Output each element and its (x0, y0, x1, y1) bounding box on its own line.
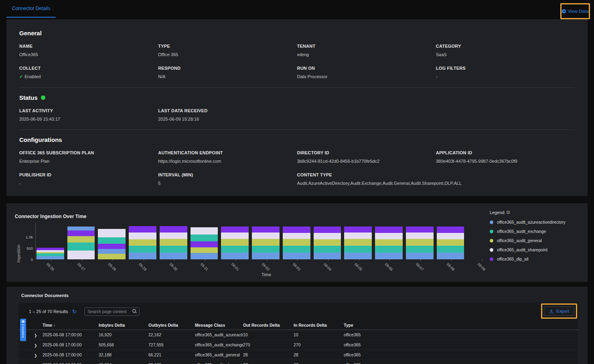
bar-segment-office365_audit_general (221, 239, 249, 246)
table-cell: 505,658 (99, 342, 148, 347)
export-button[interactable]: Export (544, 306, 574, 316)
stacked-bar (221, 226, 249, 259)
legend-item[interactable]: office365_audit_exchange (490, 229, 581, 234)
tab-bar: Connector Details View Data (0, 0, 594, 18)
legend-item[interactable]: office365_audit_azureactivedirectory (490, 220, 581, 224)
field-value: Office365 (19, 52, 158, 57)
field: TENANTxdeng (297, 44, 436, 57)
bar-segment-office365_dlp_all (98, 244, 126, 249)
table-header-row: Time↓Inbytes DeltaOutbytes DeltaMessage … (18, 320, 578, 330)
column-header-time[interactable]: Time↓ (43, 323, 99, 328)
bar-segment-office365_audit_exchange (314, 246, 341, 253)
general-title: General (19, 30, 575, 36)
stacked-bar (314, 226, 341, 259)
bar-segment-office365_audit_azureactivedirectory (252, 253, 280, 259)
columns-label: Columns (21, 324, 25, 338)
bar-segment-office365_audit_azureactivedirectory (67, 226, 95, 231)
field: COLLECT✔Enabled (19, 66, 158, 79)
table-row[interactable]: ❯2025-06-08 17:00:00505,658727,555office… (18, 340, 578, 350)
refresh-icon[interactable]: ↻ (72, 309, 77, 314)
field: AUTHENTICATION ENDPOINThttps://login.mic… (158, 150, 297, 164)
bar-segment-office365_audit_sharepoint (160, 233, 187, 239)
legend-series-name: office365_audit_sharepoint (497, 247, 547, 252)
bar-slot: 06-07 (405, 222, 436, 259)
columns-toggle-button[interactable]: ▦ Columns (20, 319, 26, 341)
field: APPLICATION ID380e403f-4478-4795-9987-0e… (436, 150, 575, 164)
field: CONTENT TYPEAudit.AzureActiveDirectory,A… (297, 172, 575, 186)
bar-segment-office365_dlp_all (191, 241, 218, 247)
legend-series-name: office365_audit_azureactivedirectory (497, 220, 566, 224)
field-value: SaaS (436, 52, 575, 57)
annotation-box-export: Export (541, 303, 577, 319)
field: TYPEOffice 365 (158, 44, 297, 57)
column-header-outbytes-delta[interactable]: Outbytes Delta (148, 323, 195, 328)
field-value: https://login.microsoftonline.com (158, 159, 297, 164)
legend-item[interactable]: office365_dlp_all (490, 257, 581, 261)
column-header-message-class[interactable]: Message Class (195, 323, 243, 328)
chevron-right-icon[interactable]: ❯ (34, 334, 37, 338)
view-data-label: View Data (568, 9, 588, 14)
chevron-right-icon[interactable]: ❯ (34, 344, 37, 348)
field-label: TYPE (158, 44, 297, 49)
general-field-grid: NAMEOffice365TYPEOffice 365TENANTxdengCA… (19, 44, 575, 79)
bar-segment-office365_audit_azureactivedirectory (406, 253, 434, 259)
bar-segment-office365_audit_exchange (191, 235, 218, 241)
field-label: DIRECTORY ID (297, 150, 436, 155)
status-title-text: Status (19, 94, 38, 101)
table-columns-icon: ▦ (22, 320, 25, 323)
field-value: Enterprise Plan (19, 159, 158, 164)
column-header-out-records-delta[interactable]: Out Records Delta (243, 323, 294, 328)
legend-item[interactable]: office365_audit_general (490, 238, 581, 243)
bar-segment-office365_audit_azureactivedirectory (98, 249, 126, 254)
x-tick-label: 06-04 (323, 262, 332, 271)
general-section: General NAMEOffice365TYPEOffice 365TENAN… (19, 30, 575, 79)
connector-details-panel: General NAMEOffice365TYPEOffice 365TENAN… (6, 19, 588, 196)
bar-segment-office365_audit_exchange (283, 246, 310, 253)
stacked-bar (36, 248, 64, 259)
bar-segment-office365_audit_azureactivedirectory (191, 253, 218, 259)
legend-color-dot (490, 220, 493, 224)
field: DIRECTORY ID3b8c9244-81cd-42d0-8456-b1b7… (297, 150, 436, 164)
gear-icon[interactable]: ⚙ (506, 210, 511, 215)
y-tick-label: 500 (19, 246, 33, 251)
bar-segment-office365_audit_general (252, 239, 280, 246)
bar-segment-office365_audit_azureactivedirectory (344, 253, 372, 259)
configurations-title: Configurations (19, 136, 575, 143)
legend-title: Legend ⚙ (490, 210, 581, 215)
tab-connector-details[interactable]: Connector Details (6, 0, 56, 18)
row-expander: ❯ (29, 351, 43, 358)
x-tick-label: 05-29 (138, 262, 147, 271)
bar-segment-office365_audit_general (67, 236, 95, 243)
annotation-box-view-data: View Data (560, 3, 590, 19)
table-row[interactable]: ❯2025-06-08 17:00:0016,92022,162office36… (18, 330, 578, 340)
bar-slot: 05-27 (67, 222, 97, 259)
column-header-type[interactable]: Type (344, 323, 578, 328)
ingestion-stacked-bar-chart: 05-2605-2705-2805-2905-3005-3106-0106-02… (35, 222, 497, 259)
search-input[interactable] (84, 307, 140, 316)
legend-item[interactable]: office365_audit_sharepoint (490, 247, 581, 252)
chevron-right-icon[interactable]: ❯ (34, 354, 37, 358)
bar-segment-office365_audit_azureactivedirectory (36, 256, 64, 259)
field-label: RUN ON (297, 66, 436, 71)
field-label: APPLICATION ID (436, 150, 575, 155)
field: OFFICE 365 SUBSCRIPTION PLANEnterprise P… (19, 150, 158, 164)
table-cell: 27 (243, 362, 294, 364)
field-label: TENANT (297, 44, 436, 49)
table-cell: office365 (344, 352, 578, 357)
table-cell: 2025-06-08 17:00:00 (43, 332, 99, 337)
results-count: 1 – 25 of 70 Results (29, 309, 68, 314)
table-row[interactable]: ❯2025-06-08 17:00:0032,18866,221office36… (18, 350, 578, 360)
bar-segment-office365_audit_general (314, 239, 341, 246)
column-header-in-records-delta[interactable]: In Records Delta (294, 323, 344, 328)
column-header-inbytes-delta[interactable]: Inbytes Delta (99, 323, 148, 328)
stacked-bar (283, 226, 310, 259)
bar-segment-office365_dlp_all (221, 226, 249, 233)
table-row[interactable]: ❯2025-06-08 17:00:0045,29462,139office36… (18, 360, 578, 364)
bar-segment-office365_audit_sharepoint (67, 251, 95, 259)
stacked-bar (375, 226, 403, 259)
view-data-button[interactable]: View Data (562, 9, 588, 14)
field-value: 3b8c9244-81cd-42d0-8456-b1b770fe5dc2 (297, 159, 436, 164)
table-cell: 270 (243, 342, 294, 347)
bar-segment-office365_audit_sharepoint (98, 229, 126, 237)
x-tick-label: 06-03 (292, 262, 301, 271)
